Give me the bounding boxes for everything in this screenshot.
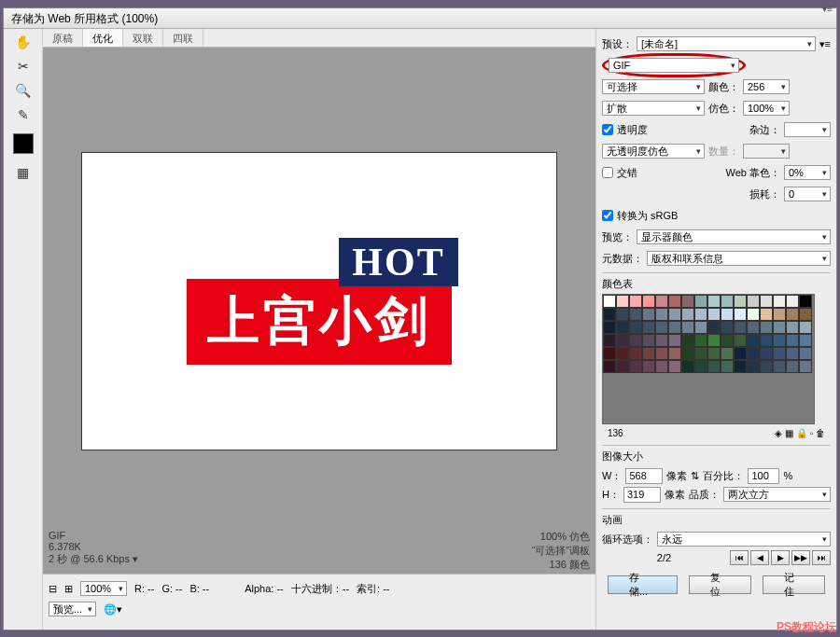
srgb-checkbox[interactable]: [602, 210, 613, 221]
color-swatch[interactable]: [747, 360, 760, 373]
color-swatch[interactable]: [773, 347, 786, 360]
tab-original[interactable]: 原稿: [43, 29, 83, 47]
link-icon[interactable]: ⇅: [691, 470, 699, 482]
color-swatch[interactable]: [655, 295, 668, 308]
color-swatch[interactable]: [629, 360, 642, 373]
color-swatch[interactable]: [760, 334, 773, 347]
color-swatch[interactable]: [642, 334, 655, 347]
matte-select[interactable]: [784, 122, 831, 137]
hand-tool-icon[interactable]: ✋: [12, 33, 35, 51]
color-swatch[interactable]: [694, 308, 707, 321]
color-swatch[interactable]: [668, 308, 681, 321]
color-swatch[interactable]: [773, 321, 786, 334]
color-swatch[interactable]: [747, 334, 760, 347]
color-swatch[interactable]: [681, 308, 694, 321]
eyedropper-tool-icon[interactable]: ✎: [12, 105, 35, 124]
color-swatch[interactable]: [773, 295, 786, 308]
color-swatch[interactable]: [616, 295, 629, 308]
color-table[interactable]: [602, 294, 815, 424]
color-swatch[interactable]: [786, 360, 799, 373]
color-swatch[interactable]: [760, 308, 773, 321]
color-swatch[interactable]: [734, 360, 747, 373]
color-swatch[interactable]: [721, 334, 734, 347]
colors-select[interactable]: 256: [743, 79, 790, 94]
color-swatch[interactable]: [773, 334, 786, 347]
color-swatch[interactable]: [668, 295, 681, 308]
color-swatch[interactable]: [629, 347, 642, 360]
interlace-checkbox[interactable]: [602, 167, 613, 178]
center-flyout-icon[interactable]: ▾≡: [822, 4, 833, 14]
color-swatch[interactable]: [655, 334, 668, 347]
color-swatch[interactable]: [629, 308, 642, 321]
preview-select[interactable]: 显示器颜色: [637, 229, 831, 244]
ct-map-icon[interactable]: ◈: [775, 428, 782, 438]
color-swatch[interactable]: [603, 360, 616, 373]
color-swatch[interactable]: [616, 360, 629, 373]
status-download-time[interactable]: 2 秒 @ 56.6 Kbps ▾: [49, 552, 138, 566]
tab-optimized[interactable]: 优化: [83, 29, 123, 47]
color-swatch[interactable]: [786, 347, 799, 360]
color-swatch[interactable]: [681, 295, 694, 308]
color-swatch[interactable]: [707, 360, 721, 373]
last-frame-button[interactable]: ⏭: [812, 550, 831, 565]
color-swatch[interactable]: [747, 295, 760, 308]
color-swatch[interactable]: [668, 347, 681, 360]
color-swatch[interactable]: [786, 308, 799, 321]
color-swatch[interactable]: [786, 334, 799, 347]
tab-4up[interactable]: 四联: [163, 29, 203, 47]
color-swatch[interactable]: [694, 321, 707, 334]
color-swatch[interactable]: [629, 295, 642, 308]
color-swatch[interactable]: [655, 321, 668, 334]
color-swatch[interactable]: [694, 360, 707, 373]
color-swatch[interactable]: [747, 347, 760, 360]
color-swatch[interactable]: [642, 360, 655, 373]
color-swatch[interactable]: [707, 334, 721, 347]
first-frame-button[interactable]: ⏮: [730, 550, 749, 565]
color-swatch[interactable]: [707, 308, 721, 321]
ct-lock-icon[interactable]: 🔒: [796, 428, 807, 438]
color-swatch[interactable]: [681, 360, 694, 373]
dither-value[interactable]: 100%: [743, 101, 790, 116]
color-swatch[interactable]: [799, 347, 812, 360]
websnap-value[interactable]: 0%: [784, 165, 831, 180]
color-swatch[interactable]: [668, 334, 681, 347]
color-swatch[interactable]: [681, 334, 694, 347]
color-swatch[interactable]: [603, 295, 616, 308]
zoom-select[interactable]: 100%: [80, 581, 127, 596]
cancel-button[interactable]: 复位: [689, 575, 751, 594]
color-swatch[interactable]: [603, 334, 616, 347]
preview-menu[interactable]: 预览...: [49, 602, 96, 616]
color-swatch[interactable]: [760, 360, 773, 373]
next-frame-button[interactable]: ▶▶: [791, 550, 810, 565]
color-swatch[interactable]: [799, 308, 812, 321]
color-swatch[interactable]: [786, 295, 799, 308]
quality-select[interactable]: 两次立方: [723, 487, 831, 502]
color-swatch[interactable]: [603, 347, 616, 360]
color-swatch[interactable]: [721, 295, 734, 308]
color-swatch[interactable]: [655, 360, 668, 373]
foreground-swatch[interactable]: [13, 133, 34, 154]
color-swatch[interactable]: [799, 360, 812, 373]
color-swatch[interactable]: [616, 308, 629, 321]
color-swatch[interactable]: [616, 334, 629, 347]
height-input[interactable]: [623, 487, 661, 503]
color-swatch[interactable]: [694, 295, 707, 308]
percent-input[interactable]: [748, 468, 779, 484]
color-swatch[interactable]: [694, 347, 707, 360]
zoom-minus-icon[interactable]: ⊟: [49, 583, 57, 595]
color-swatch[interactable]: [773, 360, 786, 373]
color-swatch[interactable]: [721, 321, 734, 334]
transparency-checkbox[interactable]: [602, 124, 613, 135]
remember-button[interactable]: 记住: [763, 575, 825, 594]
reduction-select[interactable]: 可选择: [602, 79, 705, 94]
color-swatch[interactable]: [799, 321, 812, 334]
color-swatch[interactable]: [721, 360, 734, 373]
dither-method-select[interactable]: 扩散: [602, 101, 705, 116]
color-swatch[interactable]: [707, 295, 721, 308]
color-swatch[interactable]: [642, 295, 655, 308]
color-swatch[interactable]: [799, 295, 812, 308]
color-swatch[interactable]: [799, 334, 812, 347]
format-select[interactable]: GIF: [609, 58, 739, 73]
color-swatch[interactable]: [747, 321, 760, 334]
preset-flyout-icon[interactable]: ▾≡: [819, 38, 831, 50]
